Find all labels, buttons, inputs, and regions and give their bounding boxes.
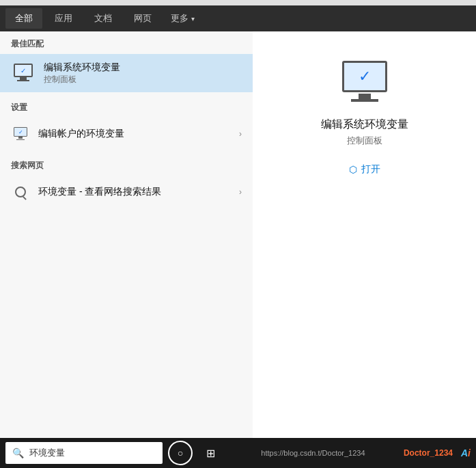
monitor-base <box>17 80 29 81</box>
search-web-text: 环境变量 - 查看网络搜索结果 <box>38 186 161 198</box>
search-web-label: 搜索网页 <box>0 153 253 176</box>
open-button[interactable]: ⬡ 打开 <box>349 163 380 176</box>
best-match-subtitle: 控制面板 <box>44 74 120 85</box>
tab-docs[interactable]: 文档 <box>85 8 122 29</box>
settings-label: 设置 <box>0 95 253 118</box>
ai-i-letter: i <box>468 448 471 458</box>
taskbar-apps: ⊞ <box>198 441 223 465</box>
right-icon: ✓ <box>337 59 392 107</box>
left-panel: 最佳匹配 ✓ 编辑系统环境变量 控制面板 <box>0 31 253 468</box>
taskbar-task-view[interactable]: ⊞ <box>198 441 223 465</box>
check-icon: ✓ <box>20 67 26 74</box>
cortana-icon: ○ <box>178 448 183 458</box>
small-check-icon: ✓ <box>18 129 23 135</box>
large-check-icon: ✓ <box>359 68 371 85</box>
best-match-title: 编辑系统环境变量 <box>44 61 120 74</box>
large-base <box>351 99 378 102</box>
more-chevron-icon: ▾ <box>191 15 195 23</box>
tab-web[interactable]: 网页 <box>124 8 161 29</box>
right-panel: ✓ 编辑系统环境变量 控制面板 ⬡ 打开 <box>253 31 476 468</box>
settings-item-icon: ✓ <box>11 124 30 143</box>
content-area: 最佳匹配 ✓ 编辑系统环境变量 控制面板 <box>0 31 476 468</box>
search-web-chevron-icon: › <box>239 187 242 197</box>
small-monitor-icon: ✓ <box>13 127 28 141</box>
settings-section: 设置 ✓ 编辑帐户的环境变量 › <box>0 95 253 150</box>
small-screen: ✓ <box>14 127 27 137</box>
search-web-section: 搜索网页 环境变量 - 查看网络搜索结果 › <box>0 153 253 208</box>
tab-all[interactable]: 全部 <box>5 8 42 29</box>
best-match-icon: ✓ <box>11 61 36 85</box>
small-base <box>16 139 25 141</box>
large-monitor-icon: ✓ <box>339 61 390 105</box>
search-circle-icon <box>15 187 26 197</box>
search-web-icon <box>11 182 30 202</box>
taskbar-search[interactable]: 🔍 环境变量 <box>5 442 163 464</box>
right-panel-title: 编辑系统环境变量 <box>321 118 408 132</box>
taskbar-user-label: Doctor_1234 <box>404 448 453 458</box>
browser-bar <box>0 0 476 5</box>
best-match-item[interactable]: ✓ 编辑系统环境变量 控制面板 <box>0 54 253 92</box>
best-match-text: 编辑系统环境变量 控制面板 <box>44 61 120 85</box>
settings-item[interactable]: ✓ 编辑帐户的环境变量 › <box>0 118 253 150</box>
taskbar-url: https://blog.csdn.t/Doctor_1234 <box>223 449 404 457</box>
taskbar-search-icon: 🔍 <box>12 448 24 458</box>
large-screen: ✓ <box>342 61 387 92</box>
taskbar-right-area: Doctor_1234 Ai <box>404 448 471 458</box>
open-icon: ⬡ <box>349 164 357 175</box>
tab-apps[interactable]: 应用 <box>45 8 82 29</box>
nav-tabs: 全部 应用 文档 网页 更多 ▾ <box>0 5 476 31</box>
open-label: 打开 <box>361 163 380 176</box>
taskbar-cortana-button[interactable]: ○ <box>168 441 193 465</box>
monitor-icon: ✓ <box>12 64 34 83</box>
taskbar-ai-label: Ai <box>461 448 471 458</box>
right-panel-subtitle: 控制面板 <box>347 135 382 147</box>
ai-a-letter: A <box>461 448 468 458</box>
taskbar-search-text: 环境变量 <box>29 447 65 459</box>
taskbar: 🔍 环境变量 ○ ⊞ https://blog.csdn.t/Doctor_12… <box>0 438 476 468</box>
settings-item-title: 编辑帐户的环境变量 <box>38 128 124 140</box>
large-stand <box>359 94 371 99</box>
monitor-screen: ✓ <box>14 64 33 77</box>
best-match-label: 最佳匹配 <box>0 31 253 54</box>
search-ui: 全部 应用 文档 网页 更多 ▾ 最佳匹配 ✓ <box>0 5 476 468</box>
chevron-right-icon: › <box>239 129 242 139</box>
search-web-item[interactable]: 环境变量 - 查看网络搜索结果 › <box>0 176 253 208</box>
tab-more[interactable]: 更多 ▾ <box>164 8 201 29</box>
